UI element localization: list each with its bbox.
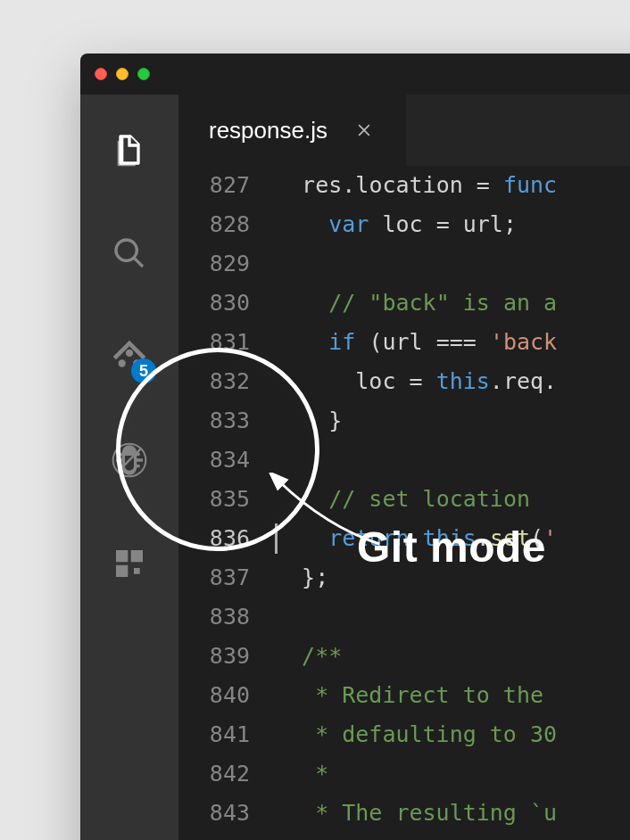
code-line: 833 } (178, 401, 630, 441)
code-text: var loc = url; (275, 205, 517, 244)
code-line: 829 (178, 244, 630, 284)
code-line: 830 // "back" is an a (178, 284, 630, 323)
cursor (275, 523, 278, 554)
line-number: 833 (178, 401, 275, 441)
window-zoom-button[interactable] (137, 68, 150, 80)
code-line: 832 loc = this.req. (178, 362, 630, 401)
line-number: 837 (178, 558, 275, 597)
code-text: if (url === 'back (275, 323, 557, 362)
window-close-button[interactable] (95, 68, 107, 80)
extensions-icon[interactable] (108, 542, 151, 585)
close-icon[interactable] (352, 119, 376, 142)
code-line: 835 // set location (178, 480, 630, 519)
tab-bar: response.js (178, 95, 630, 166)
code-line: 842 * (178, 754, 630, 794)
code-text: * Redirect to the (275, 676, 557, 715)
tab-label: response.js (209, 117, 327, 144)
annotation-label: Git mode (357, 523, 546, 572)
code-text: loc = this.req. (275, 362, 557, 401)
code-line: 839 /** (178, 637, 630, 676)
window-traffic-lights (95, 68, 150, 80)
editor-window: 5 response.js 827 res.location = func828… (80, 54, 630, 840)
code-text: * The resulting `u (275, 794, 557, 833)
code-text: }; (275, 558, 328, 597)
line-number: 838 (178, 597, 275, 637)
code-line: 827 res.location = func (178, 166, 630, 205)
line-number: 827 (178, 166, 275, 205)
code-line: 838 (178, 597, 630, 637)
line-number: 840 (178, 676, 275, 715)
line-number: 841 (178, 715, 275, 754)
explorer-icon[interactable] (108, 128, 151, 171)
scm-badge: 5 (131, 358, 156, 383)
line-number: 832 (178, 362, 275, 401)
line-number: 834 (178, 441, 275, 480)
line-number: 828 (178, 205, 275, 244)
code-line: 834 (178, 441, 630, 480)
line-number: 829 (178, 244, 275, 284)
code-text: * defaulting to 30 (275, 715, 557, 754)
line-number: 831 (178, 323, 275, 362)
source-control-icon[interactable]: 5 (108, 335, 151, 378)
line-number: 839 (178, 637, 275, 676)
line-number: 842 (178, 754, 275, 794)
code-text: res.location = func (275, 166, 557, 205)
line-number: 843 (178, 794, 275, 833)
code-text: // set location (275, 480, 530, 519)
line-number: 835 (178, 480, 275, 519)
code-editor[interactable]: 827 res.location = func828 var loc = url… (178, 166, 630, 840)
code-text: // "back" is an a (275, 284, 557, 323)
activity-bar: 5 (80, 95, 178, 840)
code-text: } (275, 401, 342, 441)
code-line: 840 * Redirect to the (178, 676, 630, 715)
tab-response-js[interactable]: response.js (178, 95, 406, 166)
code-text: /** (275, 637, 342, 676)
code-line: 831 if (url === 'back (178, 323, 630, 362)
search-icon[interactable] (108, 232, 151, 275)
debug-icon[interactable] (108, 439, 151, 482)
code-text: * (275, 754, 328, 794)
code-line: 841 * defaulting to 30 (178, 715, 630, 754)
window-minimize-button[interactable] (116, 68, 128, 80)
code-line: 828 var loc = url; (178, 205, 630, 244)
line-number: 830 (178, 284, 275, 323)
line-number: 836 (178, 519, 275, 558)
code-line: 843 * The resulting `u (178, 794, 630, 833)
